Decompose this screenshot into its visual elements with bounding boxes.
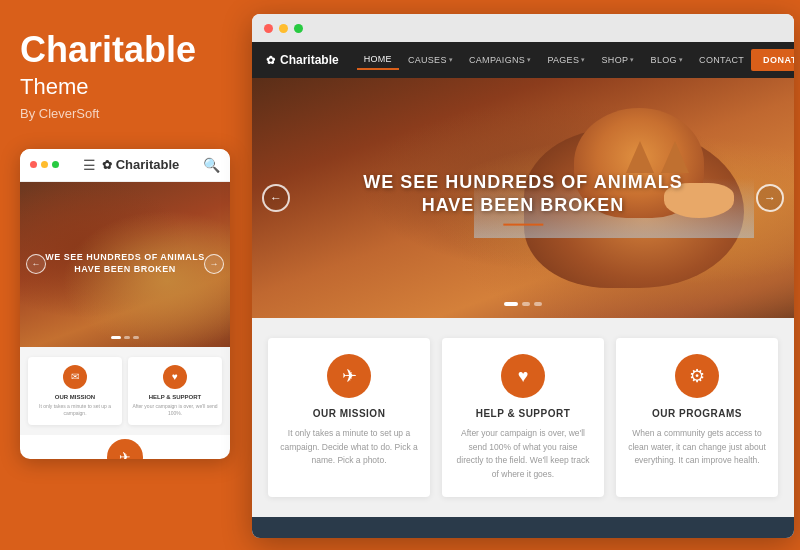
hero-dot-1	[504, 302, 518, 306]
nav-shop[interactable]: SHOP ▾	[595, 50, 642, 70]
programs-icon: ⚙	[675, 354, 719, 398]
mobile-mission-icon: ✉	[63, 365, 87, 389]
mobile-preview: ☰ ✿ Charitable 🔍 WE SEE HUNDREDS OF ANIM…	[20, 149, 230, 459]
campaigns-arrow-icon: ▾	[527, 56, 531, 64]
programs-title: OUR PROGRAMS	[628, 408, 766, 419]
donate-now-button[interactable]: DONATE NOW	[751, 49, 794, 71]
app-author: By CleverSoft	[20, 106, 230, 121]
mobile-prev-arrow[interactable]: ←	[26, 254, 46, 274]
browser-dot-red	[264, 24, 273, 33]
mobile-window-dots	[30, 161, 59, 168]
desktop-card-mission: ✈ OUR MISSION It only takes a minute to …	[268, 338, 430, 497]
mobile-dot-1	[111, 336, 121, 339]
support-title: HELP & SUPPORT	[454, 408, 592, 419]
mission-icon: ✈	[327, 354, 371, 398]
hero-dot-3	[534, 302, 542, 306]
desktop-bottom-section	[252, 517, 794, 538]
browser-dot-yellow	[279, 24, 288, 33]
nav-links: HOME CAUSES ▾ CAMPAIGNS ▾ PAGES ▾ SHOP ▾…	[357, 50, 751, 70]
support-text: After your campaign is over, we'll send …	[454, 427, 592, 481]
mobile-dot-2	[124, 336, 130, 339]
mobile-card-mission: ✉ OUR MISSION It only takes a minute to …	[28, 357, 122, 425]
search-icon[interactable]: 🔍	[203, 157, 220, 173]
mobile-browser-chrome: ☰ ✿ Charitable 🔍	[20, 149, 230, 182]
mobile-card-support: ♥ HELP & SUPPORT After your campaign is …	[128, 357, 222, 425]
nav-pages[interactable]: PAGES ▾	[540, 50, 592, 70]
hero-prev-arrow[interactable]: ←	[262, 184, 290, 212]
blog-arrow-icon: ▾	[679, 56, 683, 64]
desktop-logo: ✿ Charitable	[266, 53, 339, 67]
mobile-support-title: HELP & SUPPORT	[132, 394, 218, 400]
hero-underline	[503, 223, 543, 225]
browser-dot-green	[294, 24, 303, 33]
hero-dot-2	[522, 302, 530, 306]
hamburger-icon[interactable]: ☰	[83, 157, 96, 173]
mobile-slide-dots	[111, 336, 139, 339]
desktop-hero-line1: WE SEE HUNDREDS OF ANIMALS HAVE BEEN BRO…	[363, 171, 682, 218]
mobile-hero: WE SEE HUNDREDS OF ANIMALS HAVE BEEN BRO…	[20, 182, 230, 347]
nav-causes[interactable]: CAUSES ▾	[401, 50, 460, 70]
desktop-card-support: ♥ HELP & SUPPORT After your campaign is …	[442, 338, 604, 497]
desktop-cards-section: ✈ OUR MISSION It only takes a minute to …	[252, 318, 794, 517]
mission-text: It only takes a minute to set up a campa…	[280, 427, 418, 468]
nav-campaigns[interactable]: CAMPAIGNS ▾	[462, 50, 538, 70]
mobile-logo-icon: ✿	[102, 158, 112, 172]
nav-contact[interactable]: CONTACT	[692, 50, 751, 70]
pages-arrow-icon: ▾	[581, 56, 585, 64]
desktop-navbar: ✿ Charitable HOME CAUSES ▾ CAMPAIGNS ▾ P…	[252, 42, 794, 78]
desktop-browser: ✿ Charitable HOME CAUSES ▾ CAMPAIGNS ▾ P…	[252, 14, 794, 538]
left-panel: Charitable Theme By CleverSoft ☰ ✿ Chari…	[0, 0, 250, 550]
mobile-dot-yellow	[41, 161, 48, 168]
mobile-cards-area: ✉ OUR MISSION It only takes a minute to …	[20, 347, 230, 435]
causes-arrow-icon: ▾	[449, 56, 453, 64]
programs-text: When a community gets access to clean wa…	[628, 427, 766, 468]
mobile-support-icon: ♥	[163, 365, 187, 389]
support-icon: ♥	[501, 354, 545, 398]
mobile-mission-title: OUR MISSION	[32, 394, 118, 400]
mobile-support-text: After your campaign is over, we'll send …	[132, 403, 218, 417]
shop-arrow-icon: ▾	[630, 56, 634, 64]
mobile-mission-text: It only takes a minute to set up a campa…	[32, 403, 118, 417]
mobile-dot-red	[30, 161, 37, 168]
mobile-logo: ✿ Charitable	[102, 157, 180, 172]
hero-next-arrow[interactable]: →	[756, 184, 784, 212]
desktop-hero: WE SEE HUNDREDS OF ANIMALS HAVE BEEN BRO…	[252, 78, 794, 318]
desktop-logo-text: Charitable	[280, 53, 339, 67]
mobile-dot-green	[52, 161, 59, 168]
desktop-logo-icon: ✿	[266, 54, 275, 67]
app-title: Charitable	[20, 30, 230, 70]
hero-slide-dots	[504, 302, 542, 306]
desktop-hero-text-container: WE SEE HUNDREDS OF ANIMALS HAVE BEEN BRO…	[363, 171, 682, 226]
desktop-card-programs: ⚙ OUR PROGRAMS When a community gets acc…	[616, 338, 778, 497]
mobile-next-arrow[interactable]: →	[204, 254, 224, 274]
mobile-logo-text: Charitable	[116, 157, 180, 172]
nav-blog[interactable]: BLOG ▾	[644, 50, 691, 70]
mobile-hero-arrows: ← →	[20, 254, 230, 274]
nav-home[interactable]: HOME	[357, 50, 399, 70]
mobile-dot-3	[133, 336, 139, 339]
browser-chrome	[252, 14, 794, 42]
mobile-navbar: ☰ ✿ Charitable	[83, 157, 180, 173]
app-subtitle: Theme	[20, 74, 230, 100]
mobile-donate-circle[interactable]: ✈	[107, 439, 143, 459]
mission-title: OUR MISSION	[280, 408, 418, 419]
